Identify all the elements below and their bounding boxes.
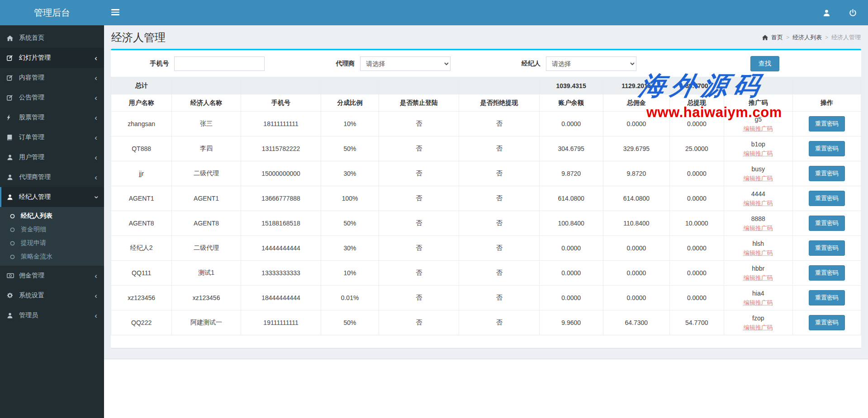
table-row: zhangsan 张三 18111111111 10% 否 否 0.0000 0… [111,112,861,136]
reset-password-button[interactable]: 重置密码 [809,216,845,231]
cell-promo: busy 编辑推广码 [724,161,793,186]
cell-split-ratio: 30% [321,161,379,186]
column-header: 是否拒绝提现 [459,94,539,112]
reset-password-button[interactable]: 重置密码 [809,116,845,132]
cell-actions: 重置密码 [793,211,861,236]
sidebar-item[interactable]: 系统首页 [0,28,104,48]
chevron-left-icon: ‹ [95,174,97,181]
cell-balance: 0.0000 [539,261,603,286]
cell-actions: 重置密码 [793,112,861,136]
edit-promo-link[interactable]: 编辑推广码 [744,125,773,132]
sidebar-subitem[interactable]: 策略金流水 [0,250,104,263]
cell-withdrawn: 0.0000 [670,236,724,261]
edit-promo-link[interactable]: 编辑推广码 [744,199,773,207]
cell-withdraw-refused: 否 [459,112,539,136]
reset-password-button[interactable]: 重置密码 [809,290,845,305]
edit-promo-link[interactable]: 编辑推广码 [744,274,773,282]
cell-balance: 100.8400 [539,211,603,236]
sidebar-item[interactable]: 股票管理‹ [0,108,104,127]
sidebar-item[interactable]: 系统设置‹ [0,286,104,305]
edit-promo-link[interactable]: 编辑推广码 [744,299,773,306]
gear-icon [7,292,19,299]
edit-promo-link[interactable]: 编辑推广码 [744,324,773,331]
cell-split-ratio: 50% [321,211,379,236]
cell-withdraw-refused: 否 [459,186,539,211]
sidebar-item[interactable]: 幻灯片管理‹ [0,48,104,68]
reset-password-button[interactable]: 重置密码 [809,191,845,206]
chevron-left-icon: ‹ [95,114,97,122]
edit-promo-link[interactable]: 编辑推广码 [744,249,773,257]
cell-balance: 614.0800 [539,186,603,211]
sidebar-subitem[interactable]: 经纪人列表 [0,209,104,223]
cell-split-ratio: 0.01% [321,286,379,310]
sidebar-subitem[interactable]: 提现申请 [0,236,104,250]
chevron-left-icon: ‹ [95,154,97,161]
column-header: 经济人名称 [172,94,241,112]
agent-select[interactable]: 请选择 [360,56,451,71]
content-area: 经济人管理 首页 > 经济人列表 > 经济人管理 手机号 代理商 [104,25,868,418]
promo-code: 4444 [727,190,790,198]
sidebar-toggle-button[interactable] [111,9,119,17]
sidebar-item[interactable]: 内容管理‹ [0,68,104,88]
sidebar-item[interactable]: 经纪人管理‹ [0,187,104,207]
user-icon[interactable] [817,0,835,25]
cell-username: QQ111 [111,261,172,286]
cell-login-banned: 否 [379,236,459,261]
chevron-down-icon: ‹ [92,196,100,198]
search-button[interactable]: 查找 [750,56,779,71]
table-row: xz123456 xz123456 18444444444 0.01% 否 否 … [111,286,861,310]
cell-withdrawn: 54.7700 [670,310,724,335]
cell-balance: 0.0000 [539,286,603,310]
cell-balance: 0.0000 [539,236,603,261]
edit-promo-link[interactable]: 编辑推广码 [744,150,773,157]
table-row: AGENT8 AGENT8 15188168518 50% 否 否 100.84… [111,211,861,236]
cell-actions: 重置密码 [793,161,861,186]
cell-split-ratio: 10% [321,112,379,136]
cell-commission: 0.0000 [603,261,670,286]
sidebar-menu: 系统首页幻灯片管理‹内容管理‹公告管理‹股票管理‹订单管理‹用户管理‹代理商管理… [0,25,104,325]
cell-withdrawn: 0.0000 [670,161,724,186]
cell-phone: 15000000000 [241,161,321,186]
sidebar-item[interactable]: 管理员‹ [0,305,104,325]
reset-password-button[interactable]: 重置密码 [809,315,845,330]
edit-promo-link[interactable]: 编辑推广码 [744,174,773,182]
breadcrumb-separator: > [825,34,828,41]
filter-bar: 手机号 代理商 请选择 经纪人 请选择 查找 [111,50,861,77]
content-header: 经济人管理 首页 > 经济人列表 > 经济人管理 [104,25,868,49]
sidebar-subitem[interactable]: 资金明细 [0,223,104,236]
broker-select[interactable]: 请选择 [546,56,636,71]
chevron-left-icon: ‹ [95,292,97,300]
cell-promo: 8888 编辑推广码 [724,211,793,236]
breadcrumb-home[interactable]: 首页 [771,33,783,42]
app-logo[interactable]: 管理后台 [0,0,104,25]
reset-password-button[interactable]: 重置密码 [809,141,845,156]
page-title: 经济人管理 [111,30,166,45]
cell-broker-name: 张三 [172,112,241,136]
sidebar-item[interactable]: 佣金管理‹ [0,266,104,286]
promo-code: b1op [727,140,790,148]
power-icon[interactable] [844,0,862,25]
promo-code: busy [727,165,790,173]
phone-input[interactable] [174,56,265,71]
reset-password-button[interactable]: 重置密码 [809,166,845,181]
cell-phone: 14444444444 [241,236,321,261]
promo-code: 8888 [727,215,790,223]
cell-phone: 13333333333 [241,261,321,286]
sidebar-item[interactable]: 订单管理‹ [0,127,104,147]
sidebar-item[interactable]: 公告管理‹ [0,88,104,108]
chevron-left-icon: ‹ [95,94,97,102]
reset-password-button[interactable]: 重置密码 [809,265,845,281]
navbar-right [817,0,862,25]
cell-actions: 重置密码 [793,186,861,211]
cell-withdrawn: 25.0000 [670,136,724,161]
cell-username: QT888 [111,136,172,161]
cell-broker-name: 阿建测试一 [172,310,241,335]
cell-withdrawn: 10.0000 [670,211,724,236]
sidebar-item[interactable]: 用户管理‹ [0,147,104,167]
reset-password-button[interactable]: 重置密码 [809,240,845,256]
sidebar-item[interactable]: 代理商管理‹ [0,167,104,187]
edit-promo-link[interactable]: 编辑推广码 [744,224,773,232]
cell-phone: 13115782222 [241,136,321,161]
breadcrumb-broker-list[interactable]: 经济人列表 [792,33,822,42]
column-header: 账户余额 [539,94,603,112]
